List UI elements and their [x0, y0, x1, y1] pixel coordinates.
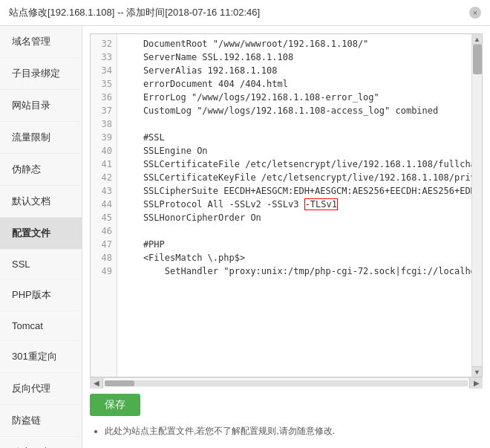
line-number: 43: [95, 184, 112, 198]
code-line: #SSL: [122, 131, 470, 144]
line-number: 44: [95, 198, 112, 211]
scroll-up[interactable]: ▲: [472, 34, 483, 45]
sidebar: 域名管理子目录绑定网站目录流量限制伪静态默认文档配置文件SSLPHP版本Tomc…: [0, 26, 82, 448]
code-line: SSLEngine On: [122, 144, 470, 158]
scroll-right[interactable]: ▶: [469, 378, 483, 389]
code-line: [122, 117, 470, 131]
code-line: SSLCertificateFile /etc/letsencrypt/live…: [122, 158, 470, 171]
line-number: 45: [95, 211, 112, 224]
code-line: <FilesMatch \.php$>: [122, 251, 470, 264]
line-number: 34: [95, 64, 112, 77]
horizontal-scrollbar[interactable]: ◀ ▶: [90, 377, 483, 388]
scrollbar-track: [105, 380, 468, 386]
window-title: 站点修改[192.168.1.108] -- 添加时间[2018-07-16 1…: [9, 6, 260, 19]
line-number: 47: [95, 238, 112, 251]
line-number: 48: [95, 251, 112, 264]
toolbar: 保存: [90, 388, 483, 422]
code-line: DocumentRoot "/www/wwwroot/192.168.1.108…: [122, 37, 470, 51]
main-window: 站点修改[192.168.1.108] -- 添加时间[2018-07-16 1…: [0, 0, 490, 448]
scroll-left[interactable]: ◀: [90, 378, 103, 389]
line-number: 32: [95, 37, 112, 51]
line-number: 38: [95, 117, 112, 131]
sidebar-item-防盗链[interactable]: 防盗链: [0, 405, 82, 437]
vscroll-track: [472, 45, 483, 366]
sidebar-item-伪静态[interactable]: 伪静态: [0, 154, 82, 186]
vscroll-thumb[interactable]: [473, 45, 482, 74]
code-line: #PHP: [122, 238, 470, 251]
line-number: 36: [95, 91, 112, 104]
line-number: 35: [95, 77, 112, 91]
notice-text: 此处为站点主配置文件,若您不了解配置规则,请勿随意修改.: [105, 426, 335, 436]
code-line: ServerName SSL.192.168.1.108: [122, 51, 470, 64]
code-content[interactable]: DocumentRoot "/www/wwwroot/192.168.1.108…: [117, 34, 482, 377]
line-number: 40: [95, 144, 112, 158]
sidebar-item-Tomcat[interactable]: Tomcat: [0, 311, 82, 341]
scroll-down[interactable]: ▼: [472, 366, 483, 377]
line-number: 42: [95, 171, 112, 184]
sidebar-item-301重定向[interactable]: 301重定向: [0, 341, 82, 373]
sidebar-item-PHP版本[interactable]: PHP版本: [0, 279, 82, 311]
code-line: ErrorLog "/www/logs/192.168.1.108-error_…: [122, 91, 470, 104]
sidebar-item-反向代理[interactable]: 反向代理: [0, 373, 82, 405]
highlighted-text: -TLSv1: [304, 198, 338, 210]
sidebar-item-SSL[interactable]: SSL: [0, 250, 82, 279]
line-number: 37: [95, 104, 112, 117]
save-button[interactable]: 保存: [90, 394, 140, 416]
notice-area: 此处为站点主配置文件,若您不了解配置规则,请勿随意修改.: [90, 422, 483, 441]
code-line: SSLCipherSuite EECDH+AESGCM:EDH+AESGCM:A…: [122, 184, 470, 198]
line-number: 41: [95, 158, 112, 171]
code-line: SSLHonorCipherOrder On: [122, 211, 470, 224]
code-line: SSLCertificateKeyFile /etc/letsencrypt/l…: [122, 171, 470, 184]
main-layout: 域名管理子目录绑定网站目录流量限制伪静态默认文档配置文件SSLPHP版本Tomc…: [0, 26, 490, 448]
sidebar-item-响应日志[interactable]: 响应日志: [0, 437, 82, 448]
vertical-scrollbar[interactable]: ▲ ▼: [471, 34, 482, 377]
close-button[interactable]: ×: [469, 7, 481, 19]
sidebar-item-网站目录[interactable]: 网站目录: [0, 90, 82, 122]
line-number: 49: [95, 264, 112, 278]
title-bar: 站点修改[192.168.1.108] -- 添加时间[2018-07-16 1…: [0, 0, 490, 26]
sidebar-item-子目录绑定[interactable]: 子目录绑定: [0, 58, 82, 90]
code-line: SetHandler "proxy:unix:/tmp/php-cgi-72.s…: [122, 264, 470, 278]
scrollbar-thumb[interactable]: [105, 380, 134, 386]
line-number: 33: [95, 51, 112, 64]
sidebar-item-流量限制[interactable]: 流量限制: [0, 122, 82, 154]
code-line: ServerAlias 192.168.1.108: [122, 64, 470, 77]
line-numbers: 323334353637383940414243444546474849: [91, 34, 117, 377]
code-editor[interactable]: 323334353637383940414243444546474849 Doc…: [90, 33, 483, 377]
code-line: errorDocument 404 /404.html: [122, 77, 470, 91]
content-area: 323334353637383940414243444546474849 Doc…: [82, 26, 490, 448]
code-line: [122, 224, 470, 238]
sidebar-item-域名管理[interactable]: 域名管理: [0, 26, 82, 58]
line-number: 46: [95, 224, 112, 238]
line-number: 39: [95, 131, 112, 144]
code-line: CustomLog "/www/logs/192.168.1.108-acces…: [122, 104, 470, 117]
code-line: SSLProtocol All -SSLv2 -SSLv3 -TLSv1: [122, 198, 470, 211]
sidebar-item-默认文档[interactable]: 默认文档: [0, 186, 82, 218]
sidebar-item-配置文件[interactable]: 配置文件: [0, 218, 82, 250]
